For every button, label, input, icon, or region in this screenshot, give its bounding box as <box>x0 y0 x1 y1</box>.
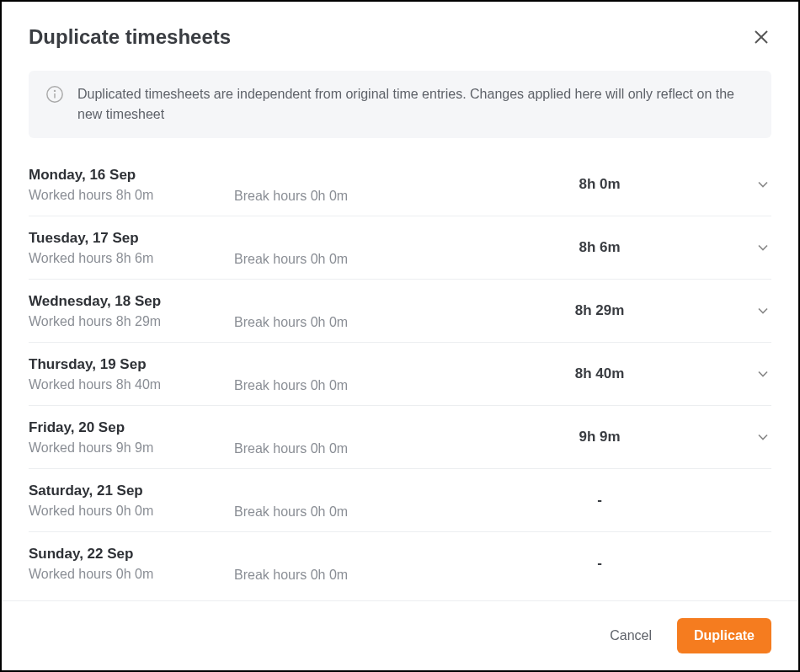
day-total: 8h 40m <box>461 365 738 382</box>
day-row: Sunday, 22 SepWorked hours 0h 0mBreak ho… <box>29 532 771 595</box>
day-info: Wednesday, 18 SepWorked hours 8h 29m <box>29 293 234 329</box>
break-hours-col: Break hours 0h 0m <box>234 165 461 204</box>
expand-col <box>738 302 771 319</box>
day-row[interactable]: Thursday, 19 SepWorked hours 8h 40mBreak… <box>29 343 771 406</box>
day-name: Thursday, 19 Sep <box>29 356 234 373</box>
break-hours-label: Break hours 0h 0m <box>234 189 348 204</box>
dialog-footer: Cancel Duplicate <box>2 600 798 670</box>
day-list: Monday, 16 SepWorked hours 8h 0mBreak ho… <box>2 153 798 600</box>
break-hours-col: Break hours 0h 0m <box>234 291 461 330</box>
day-name: Friday, 20 Sep <box>29 419 234 436</box>
day-row[interactable]: Friday, 20 SepWorked hours 9h 9mBreak ho… <box>29 406 771 469</box>
break-hours-col: Break hours 0h 0m <box>234 355 461 393</box>
info-icon <box>45 85 64 104</box>
break-hours-col: Break hours 0h 0m <box>234 544 461 583</box>
day-info: Thursday, 19 SepWorked hours 8h 40m <box>29 356 234 392</box>
worked-hours-label: Worked hours 0h 0m <box>29 504 234 519</box>
chevron-down-icon[interactable] <box>755 365 771 382</box>
svg-point-4 <box>55 90 56 91</box>
day-total: 8h 29m <box>461 302 738 319</box>
day-row[interactable]: Wednesday, 18 SepWorked hours 8h 29mBrea… <box>29 280 771 343</box>
duplicate-button[interactable]: Duplicate <box>677 618 771 653</box>
day-row[interactable]: Tuesday, 17 SepWorked hours 8h 6mBreak h… <box>29 216 771 280</box>
dialog-title: Duplicate timesheets <box>29 25 231 49</box>
chevron-down-icon[interactable] <box>755 302 771 319</box>
break-hours-label: Break hours 0h 0m <box>234 252 348 267</box>
day-info: Sunday, 22 SepWorked hours 0h 0m <box>29 546 234 582</box>
break-hours-label: Break hours 0h 0m <box>234 378 348 393</box>
break-hours-col: Break hours 0h 0m <box>234 418 461 456</box>
day-total: 8h 6m <box>461 239 738 256</box>
day-row: Saturday, 21 SepWorked hours 0h 0mBreak … <box>29 469 771 532</box>
day-total: 9h 9m <box>461 429 738 445</box>
day-info: Saturday, 21 SepWorked hours 0h 0m <box>29 483 234 519</box>
break-hours-label: Break hours 0h 0m <box>234 504 348 520</box>
chevron-down-icon[interactable] <box>755 176 771 193</box>
day-name: Wednesday, 18 Sep <box>29 293 234 310</box>
chevron-down-icon[interactable] <box>755 429 771 445</box>
chevron-down-icon[interactable] <box>755 239 771 256</box>
expand-col <box>738 429 771 445</box>
worked-hours-label: Worked hours 9h 9m <box>29 440 234 456</box>
break-hours-label: Break hours 0h 0m <box>234 315 348 330</box>
expand-col <box>738 176 771 193</box>
info-banner: Duplicated timesheets are independent fr… <box>29 71 771 138</box>
worked-hours-label: Worked hours 8h 6m <box>29 251 234 266</box>
expand-col <box>738 239 771 256</box>
break-hours-label: Break hours 0h 0m <box>234 441 348 456</box>
expand-col <box>738 365 771 382</box>
cancel-button[interactable]: Cancel <box>605 620 657 652</box>
day-info: Tuesday, 17 SepWorked hours 8h 6m <box>29 230 234 266</box>
close-icon[interactable] <box>751 27 771 47</box>
break-hours-label: Break hours 0h 0m <box>234 568 348 583</box>
day-name: Sunday, 22 Sep <box>29 546 234 563</box>
day-total: - <box>461 555 738 572</box>
break-hours-col: Break hours 0h 0m <box>234 481 461 520</box>
break-hours-col: Break hours 0h 0m <box>234 228 461 267</box>
worked-hours-label: Worked hours 8h 40m <box>29 377 234 392</box>
worked-hours-label: Worked hours 0h 0m <box>29 567 234 582</box>
day-info: Friday, 20 SepWorked hours 9h 9m <box>29 419 234 456</box>
worked-hours-label: Worked hours 8h 0m <box>29 188 234 203</box>
day-name: Monday, 16 Sep <box>29 167 234 184</box>
worked-hours-label: Worked hours 8h 29m <box>29 314 234 329</box>
day-name: Saturday, 21 Sep <box>29 483 234 499</box>
dialog-header: Duplicate timesheets <box>2 2 798 64</box>
info-text: Duplicated timesheets are independent fr… <box>77 84 755 125</box>
day-row[interactable]: Monday, 16 SepWorked hours 8h 0mBreak ho… <box>29 153 771 216</box>
day-total: 8h 0m <box>461 176 738 193</box>
day-total: - <box>461 492 738 509</box>
day-name: Tuesday, 17 Sep <box>29 230 234 247</box>
day-info: Monday, 16 SepWorked hours 8h 0m <box>29 167 234 203</box>
